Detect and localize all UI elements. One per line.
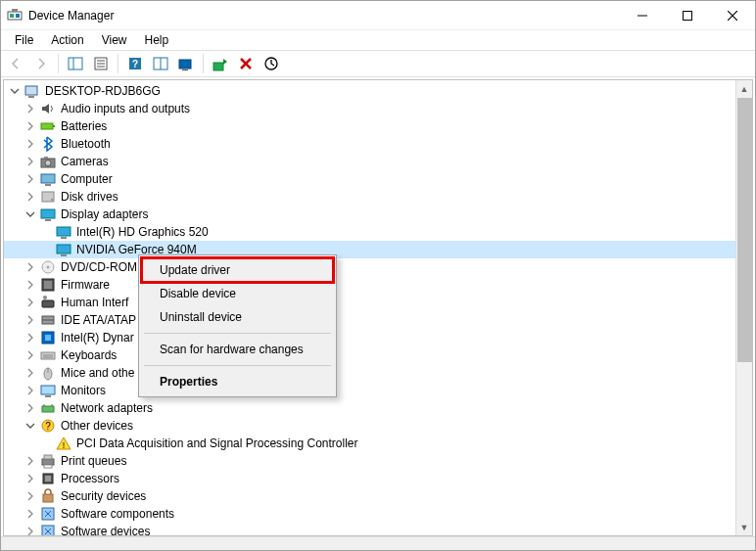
- window-title: Device Manager: [28, 9, 620, 23]
- tree-category[interactable]: Processors: [4, 470, 752, 487]
- tree-category[interactable]: Monitors: [4, 382, 752, 399]
- update-driver-button[interactable]: [210, 53, 231, 74]
- category-label: Print queues: [59, 454, 126, 468]
- context-item[interactable]: Disable device: [142, 282, 333, 305]
- toolbar-separator: [118, 54, 118, 73]
- disable-device-button[interactable]: [260, 53, 282, 74]
- tree-category[interactable]: Display adapters: [4, 206, 752, 223]
- scroll-down-arrow[interactable]: ▼: [736, 519, 753, 535]
- tree-category[interactable]: Disk drives: [4, 188, 752, 206]
- minimize-button[interactable]: [620, 1, 665, 30]
- display-icon: [40, 207, 56, 222]
- device-tree[interactable]: DESKTOP-RDJB6GGAudio inputs and outputsB…: [4, 80, 752, 535]
- tree-category[interactable]: Human Interf: [4, 294, 752, 311]
- vertical-scrollbar[interactable]: ▲ ▼: [735, 80, 752, 535]
- context-item[interactable]: Scan for hardware changes: [142, 338, 333, 361]
- scroll-thumb[interactable]: [737, 98, 752, 362]
- context-item[interactable]: Properties: [142, 370, 333, 393]
- battery-icon: [40, 118, 56, 134]
- menu-file[interactable]: File: [7, 31, 41, 49]
- svg-rect-35: [41, 209, 55, 218]
- collapse-glyph[interactable]: [8, 84, 22, 98]
- audio-icon: [40, 101, 56, 116]
- expand-glyph[interactable]: [24, 137, 37, 151]
- svg-rect-8: [69, 58, 82, 69]
- expand-glyph[interactable]: [24, 472, 37, 485]
- tree-root[interactable]: DESKTOP-RDJB6GG: [4, 82, 752, 100]
- expand-glyph[interactable]: [24, 348, 37, 362]
- expand-glyph[interactable]: [24, 119, 37, 133]
- forward-button[interactable]: [30, 53, 52, 74]
- help-button[interactable]: ?: [124, 53, 146, 74]
- menu-action[interactable]: Action: [43, 31, 91, 49]
- properties-button[interactable]: [90, 53, 112, 74]
- tree-category[interactable]: Computer: [4, 170, 752, 188]
- expand-glyph[interactable]: [24, 296, 37, 309]
- svg-rect-26: [41, 123, 53, 129]
- tree-category[interactable]: Software components: [4, 505, 752, 523]
- tree-category[interactable]: Audio inputs and outputs: [4, 100, 752, 117]
- tree-category[interactable]: Firmware: [4, 276, 752, 294]
- tree-category[interactable]: Keyboards: [4, 346, 752, 364]
- expand-glyph[interactable]: [24, 190, 37, 204]
- menu-help[interactable]: Help: [137, 31, 177, 49]
- tree-category[interactable]: Print queues: [4, 452, 752, 470]
- tree-device[interactable]: Intel(R) HD Graphics 520: [4, 223, 752, 241]
- app-icon: [7, 8, 23, 23]
- expand-glyph[interactable]: [24, 331, 37, 344]
- back-button[interactable]: [5, 53, 26, 74]
- content-area: DESKTOP-RDJB6GGAudio inputs and outputsB…: [3, 79, 753, 536]
- expand-glyph[interactable]: [24, 313, 37, 327]
- category-label: Firmware: [59, 278, 110, 292]
- maximize-button[interactable]: [665, 1, 710, 30]
- tree-category[interactable]: Bluetooth: [4, 135, 752, 153]
- expand-glyph[interactable]: [24, 507, 37, 521]
- close-button[interactable]: [710, 1, 755, 30]
- expand-glyph[interactable]: [24, 366, 37, 380]
- category-label: Cameras: [59, 155, 109, 168]
- collapse-glyph[interactable]: [24, 419, 37, 433]
- context-item[interactable]: Update driver: [142, 258, 333, 282]
- expand-glyph[interactable]: [24, 525, 37, 535]
- context-item[interactable]: Uninstall device: [142, 305, 333, 329]
- category-label: Other devices: [59, 419, 133, 433]
- tree-category[interactable]: Mice and othe: [4, 364, 752, 382]
- display-icon: [56, 242, 71, 257]
- expand-glyph[interactable]: [24, 454, 37, 468]
- uninstall-device-button[interactable]: [235, 53, 257, 74]
- context-menu: Update driverDisable deviceUninstall dev…: [138, 254, 337, 397]
- expand-glyph[interactable]: [24, 384, 37, 397]
- scan-hardware-button[interactable]: [175, 53, 197, 74]
- mouse-icon: [40, 365, 56, 381]
- monitor-icon: [40, 383, 56, 398]
- tree-category[interactable]: Network adapters: [4, 399, 752, 417]
- expand-glyph[interactable]: [24, 155, 37, 168]
- tree-category[interactable]: DVD/CD-ROM: [4, 258, 752, 276]
- other-icon: ?: [40, 418, 56, 434]
- expand-glyph[interactable]: [24, 401, 37, 415]
- expand-glyph[interactable]: [24, 172, 37, 186]
- expand-glyph[interactable]: [24, 260, 37, 274]
- tree-category[interactable]: Software devices: [4, 523, 752, 535]
- tree-category[interactable]: Security devices: [4, 487, 752, 505]
- category-label: Bluetooth: [59, 137, 111, 151]
- collapse-glyph[interactable]: [24, 207, 37, 221]
- software-icon: [40, 524, 56, 535]
- menu-view[interactable]: View: [94, 31, 135, 49]
- tree-category[interactable]: Cameras: [4, 153, 752, 170]
- tree-category[interactable]: Intel(R) Dynar: [4, 329, 752, 346]
- tree-device[interactable]: !PCI Data Acquisition and Signal Process…: [4, 435, 752, 452]
- tree-category[interactable]: Batteries: [4, 117, 752, 135]
- tree-category[interactable]: IDE ATA/ATAP: [4, 311, 752, 329]
- tree-category[interactable]: ?Other devices: [4, 417, 752, 435]
- expand-glyph[interactable]: [24, 489, 37, 503]
- tree-device[interactable]: NVIDIA GeForce 940M: [4, 241, 752, 258]
- show-hide-console-button[interactable]: [65, 53, 86, 74]
- action-button[interactable]: [150, 53, 171, 74]
- expand-glyph[interactable]: [24, 278, 37, 292]
- status-bar: [1, 536, 755, 550]
- scroll-up-arrow[interactable]: ▲: [736, 80, 753, 97]
- window-controls: [620, 1, 755, 30]
- expand-glyph[interactable]: [24, 102, 37, 115]
- svg-rect-45: [42, 300, 54, 307]
